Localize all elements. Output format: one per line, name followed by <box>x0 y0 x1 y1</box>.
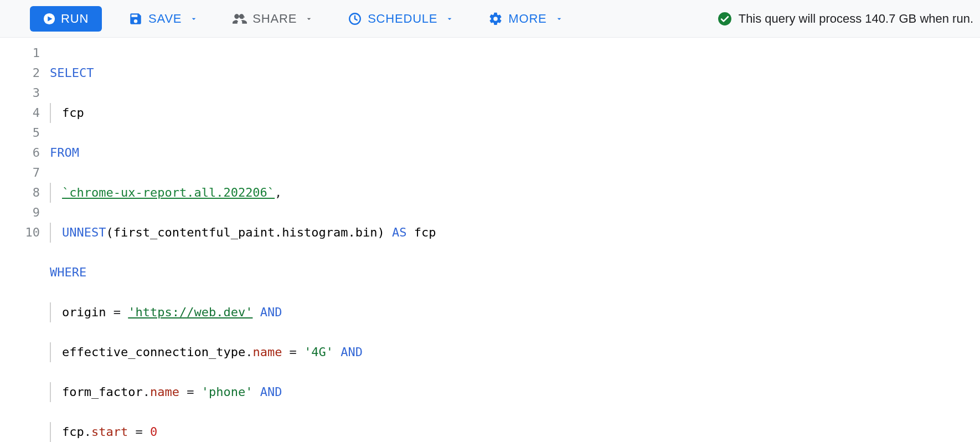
check-circle-icon <box>718 12 732 26</box>
more-label: MORE <box>508 12 546 26</box>
col-fcp: fcp <box>62 106 84 120</box>
caret-down-icon <box>445 14 454 23</box>
eq: = <box>179 385 202 399</box>
fn-unnest: UNNEST <box>62 225 106 239</box>
sql-code[interactable]: SELECT fcp FROM `chrome-ux-report.all.20… <box>50 43 980 442</box>
kw-where: WHERE <box>50 265 86 279</box>
caret-down-icon <box>555 14 564 23</box>
alias-fcp: fcp <box>414 225 436 239</box>
kw-and: AND <box>260 385 282 399</box>
save-icon <box>128 12 143 26</box>
line-number: 3 <box>0 83 40 103</box>
line-number: 6 <box>0 143 40 163</box>
str-4g: '4G' <box>304 345 333 359</box>
save-label: SAVE <box>148 12 182 26</box>
run-button[interactable]: RUN <box>30 6 102 32</box>
line-number: 10 <box>0 223 40 243</box>
line-gutter: 1 2 3 4 5 6 7 8 9 10 <box>0 43 50 442</box>
save-button[interactable]: SAVE <box>121 7 206 30</box>
kw-and: AND <box>341 345 363 359</box>
caret-down-icon <box>189 14 198 23</box>
line-number: 8 <box>0 183 40 203</box>
kw-as: AS <box>392 225 407 239</box>
dot: . <box>84 425 91 439</box>
clock-icon <box>348 12 362 26</box>
field-name: name <box>252 345 282 359</box>
table-ref: `chrome-ux-report.all.202206` <box>62 186 275 199</box>
str-phone: 'phone' <box>202 385 253 399</box>
line-number: 4 <box>0 103 40 123</box>
share-icon <box>233 12 247 26</box>
eq: = <box>128 425 150 439</box>
play-icon <box>43 13 55 25</box>
sql-editor[interactable]: 1 2 3 4 5 6 7 8 9 10 SELECT fcp FROM `ch… <box>0 38 980 442</box>
ident-ect: effective_connection_type <box>62 345 245 359</box>
dot: . <box>143 385 150 399</box>
ident-origin: origin <box>62 305 106 319</box>
unnest-arg: (first_contentful_paint.histogram.bin) <box>106 225 384 239</box>
share-label: SHARE <box>252 12 297 26</box>
comma: , <box>275 186 282 199</box>
ident-fcp2: fcp <box>62 425 84 439</box>
line-number: 7 <box>0 163 40 183</box>
run-label: RUN <box>61 12 89 26</box>
line-number: 2 <box>0 63 40 83</box>
share-button[interactable]: SHARE <box>225 7 321 30</box>
field-start: start <box>91 425 128 439</box>
gear-icon <box>488 12 503 26</box>
eq: = <box>106 305 128 319</box>
query-status: This query will process 140.7 GB when ru… <box>718 12 973 26</box>
caret-down-icon <box>305 14 313 23</box>
line-number: 5 <box>0 123 40 143</box>
kw-and: AND <box>260 305 282 319</box>
num-zero: 0 <box>150 425 157 439</box>
more-button[interactable]: MORE <box>481 7 571 30</box>
str-origin: 'https://web.dev' <box>128 305 252 319</box>
svg-point-2 <box>718 12 731 25</box>
toolbar: RUN SAVE SHARE SCHEDULE MORE <box>0 0 980 38</box>
field-name: name <box>150 385 179 399</box>
dot: . <box>245 345 252 359</box>
line-number: 1 <box>0 43 40 63</box>
kw-select: SELECT <box>50 66 94 80</box>
schedule-label: SCHEDULE <box>368 12 437 26</box>
line-number: 9 <box>0 203 40 223</box>
status-text: This query will process 140.7 GB when ru… <box>739 12 973 26</box>
eq: = <box>282 345 304 359</box>
ident-ff: form_factor <box>62 385 143 399</box>
kw-from: FROM <box>50 146 79 160</box>
schedule-button[interactable]: SCHEDULE <box>340 7 462 30</box>
